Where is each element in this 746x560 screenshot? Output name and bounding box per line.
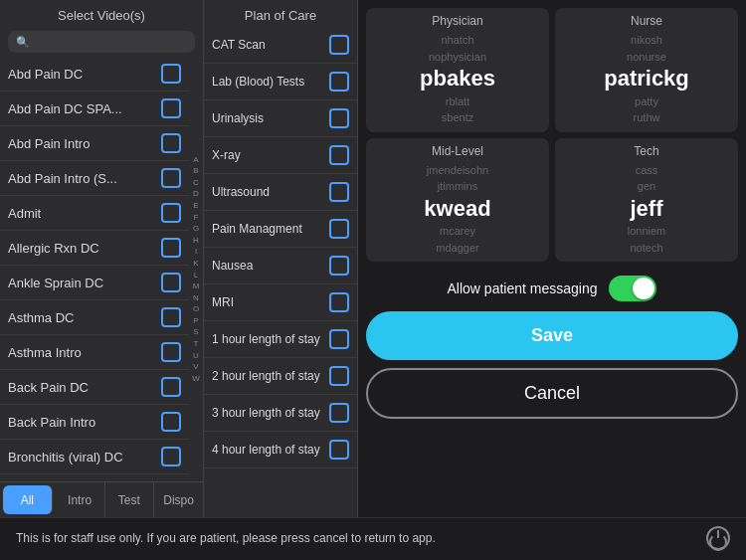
- video-checkbox[interactable]: [161, 64, 181, 84]
- video-checkbox[interactable]: [161, 133, 181, 153]
- cancel-button[interactable]: Cancel: [366, 368, 738, 419]
- video-list-item[interactable]: Abd Pain DC: [0, 57, 189, 92]
- care-checkbox[interactable]: [329, 292, 349, 312]
- care-checkbox[interactable]: [329, 145, 349, 165]
- role-user[interactable]: notech: [630, 240, 662, 257]
- alpha-letter[interactable]: F: [194, 212, 199, 224]
- video-list-item[interactable]: Asthma Intro: [0, 335, 189, 370]
- role-user[interactable]: jmendeisohn: [427, 162, 488, 179]
- care-checkbox[interactable]: [329, 108, 349, 128]
- role-user[interactable]: sbentz: [442, 109, 473, 126]
- role-user[interactable]: cass: [636, 162, 658, 179]
- alpha-letter[interactable]: E: [193, 200, 198, 212]
- care-checkbox[interactable]: [329, 182, 349, 202]
- role-user[interactable]: patty: [635, 93, 658, 110]
- filter-tab[interactable]: Dispo: [154, 482, 203, 517]
- video-list-item[interactable]: Back Pain Intro: [0, 405, 189, 440]
- video-list-item[interactable]: Asthma DC: [0, 300, 189, 335]
- care-checkbox[interactable]: [329, 329, 349, 349]
- care-checkbox[interactable]: [329, 35, 349, 55]
- footer-text: This is for staff use only. If you are p…: [16, 531, 436, 545]
- care-checkbox[interactable]: [329, 403, 349, 423]
- care-list-item[interactable]: Lab (Blood) Tests: [204, 64, 357, 100]
- filter-tab[interactable]: Test: [105, 482, 155, 517]
- alpha-letter[interactable]: N: [193, 292, 199, 304]
- messaging-toggle[interactable]: [609, 276, 656, 301]
- care-checkbox[interactable]: [329, 72, 349, 92]
- care-list-item[interactable]: 1 hour length of stay: [204, 321, 357, 358]
- alpha-letter[interactable]: U: [193, 350, 199, 362]
- alpha-letter[interactable]: B: [193, 165, 198, 177]
- care-checkbox[interactable]: [329, 366, 349, 386]
- alpha-letter[interactable]: A: [193, 154, 198, 166]
- alpha-letter[interactable]: M: [193, 280, 200, 292]
- role-user[interactable]: pbakes: [420, 65, 495, 93]
- search-input[interactable]: [34, 35, 187, 49]
- video-list-item[interactable]: Back Pain DC: [0, 370, 189, 405]
- filter-tab[interactable]: Intro: [56, 482, 105, 517]
- care-checkbox[interactable]: [329, 219, 349, 239]
- video-list-item[interactable]: Abd Pain Intro (S...: [0, 161, 189, 196]
- video-checkbox[interactable]: [161, 98, 181, 118]
- filter-tab[interactable]: All: [3, 485, 53, 514]
- alpha-letter[interactable]: L: [194, 270, 198, 281]
- care-list-item[interactable]: MRI: [204, 284, 357, 321]
- care-checkbox[interactable]: [329, 256, 349, 276]
- care-list-item[interactable]: Pain Managment: [204, 211, 357, 248]
- alpha-letter[interactable]: O: [193, 303, 199, 315]
- video-checkbox[interactable]: [161, 203, 181, 223]
- alpha-letter[interactable]: S: [193, 326, 198, 338]
- care-list-item[interactable]: Urinalysis: [204, 100, 357, 137]
- alpha-letter[interactable]: I: [195, 246, 197, 258]
- role-user[interactable]: rblatt: [446, 93, 469, 110]
- role-user[interactable]: jtimmins: [438, 178, 477, 195]
- video-checkbox[interactable]: [161, 273, 181, 292]
- role-user[interactable]: nikosh: [631, 32, 662, 49]
- save-button[interactable]: Save: [366, 311, 738, 360]
- video-list-item[interactable]: Abd Pain DC SPA...: [0, 92, 189, 126]
- video-list-item[interactable]: Bronchitis (viral) DC: [0, 440, 189, 474]
- video-list-item[interactable]: Admit: [0, 196, 189, 231]
- role-user[interactable]: nophysician: [429, 49, 486, 66]
- role-user[interactable]: kwead: [424, 195, 490, 224]
- alpha-letter[interactable]: P: [193, 315, 198, 327]
- video-checkbox[interactable]: [161, 307, 181, 327]
- alpha-letter[interactable]: H: [193, 235, 199, 247]
- video-checkbox[interactable]: [161, 238, 181, 258]
- alpha-letter[interactable]: V: [193, 361, 198, 373]
- role-user[interactable]: ruthw: [634, 109, 660, 126]
- role-user[interactable]: mdagger: [436, 240, 478, 257]
- care-list-item[interactable]: CAT Scan: [204, 27, 357, 64]
- role-user[interactable]: mcarey: [440, 223, 475, 240]
- role-grid: Physician nhatchnophysicianpbakesrblatts…: [366, 8, 738, 262]
- alpha-letter[interactable]: C: [193, 177, 199, 189]
- role-user[interactable]: gen: [638, 178, 655, 195]
- alpha-letter[interactable]: W: [192, 373, 200, 385]
- power-icon[interactable]: [706, 526, 730, 550]
- role-user[interactable]: nhatch: [441, 32, 473, 49]
- video-checkbox[interactable]: [161, 377, 181, 397]
- care-list-item[interactable]: 4 hour length of stay: [204, 432, 357, 468]
- care-list-item[interactable]: Nausea: [204, 248, 357, 284]
- role-user[interactable]: patrickg: [604, 65, 689, 93]
- video-checkbox[interactable]: [161, 168, 181, 188]
- alpha-letter[interactable]: D: [193, 188, 199, 200]
- alpha-letter[interactable]: T: [194, 338, 199, 350]
- care-list-item[interactable]: 3 hour length of stay: [204, 395, 357, 432]
- role-user[interactable]: jeff: [631, 195, 663, 224]
- care-checkbox[interactable]: [329, 440, 349, 460]
- video-checkbox[interactable]: [161, 412, 181, 432]
- alpha-index[interactable]: ABCDEFGHIKLMNOPSTUVW: [189, 57, 203, 481]
- role-user[interactable]: lonniem: [628, 223, 666, 240]
- care-list-item[interactable]: 2 hour length of stay: [204, 358, 357, 395]
- care-list-item[interactable]: X-ray: [204, 137, 357, 174]
- alpha-letter[interactable]: G: [193, 223, 199, 235]
- video-list-item[interactable]: Ankle Sprain DC: [0, 266, 189, 300]
- role-user[interactable]: nonurse: [627, 49, 666, 66]
- video-checkbox[interactable]: [161, 447, 181, 467]
- video-list-item[interactable]: Abd Pain Intro: [0, 126, 189, 161]
- video-checkbox[interactable]: [161, 342, 181, 362]
- care-list-item[interactable]: Ultrasound: [204, 174, 357, 211]
- alpha-letter[interactable]: K: [193, 258, 198, 270]
- video-list-item[interactable]: Allergic Rxn DC: [0, 231, 189, 266]
